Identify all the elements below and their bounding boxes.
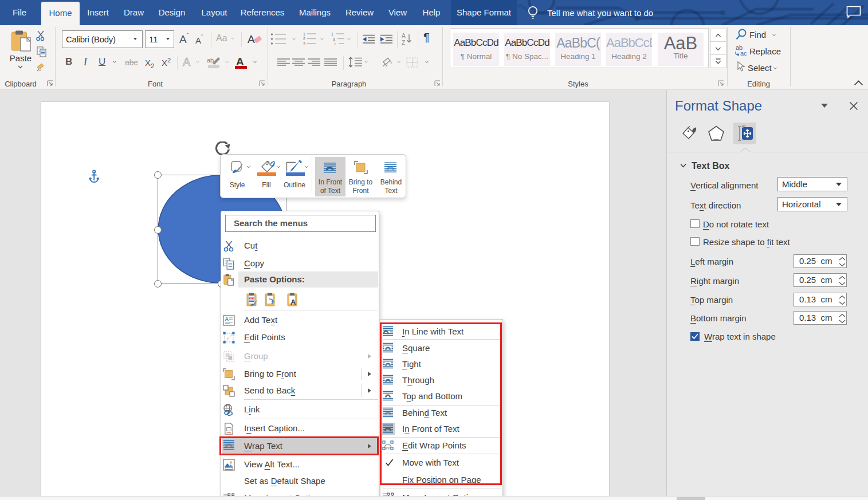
svg-text:A: A: [248, 33, 255, 45]
svg-text:ab: ab: [207, 57, 214, 64]
svg-text:a: a: [333, 37, 335, 41]
svg-text:ac: ac: [740, 50, 747, 57]
svg-text:1: 1: [331, 32, 333, 36]
svg-text:i: i: [335, 42, 336, 45]
svg-text:3: 3: [303, 42, 305, 46]
svg-text:2: 2: [303, 37, 305, 41]
svg-text:A: A: [225, 316, 229, 322]
svg-text:1: 1: [303, 32, 305, 36]
svg-text:A: A: [290, 298, 296, 306]
svg-text:Z: Z: [402, 40, 405, 45]
svg-text:A: A: [402, 33, 406, 39]
